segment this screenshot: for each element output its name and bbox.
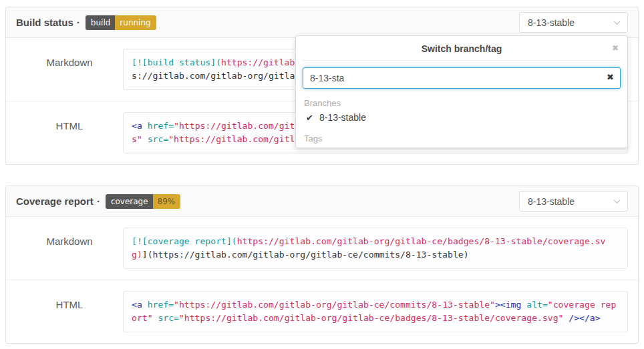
badge-value: 89% [153, 194, 181, 209]
branch-item-8-13-stable[interactable]: ✔ 8-13-stable [303, 111, 621, 124]
title-separator-dot: · [97, 196, 100, 207]
branch-dropdown-value: 8-13-stable [528, 17, 575, 28]
badge-label: build [86, 15, 116, 30]
dialog-divider [303, 60, 621, 61]
panel-title: Coverage report [16, 196, 94, 207]
coverage-badge: coverage 89% [106, 194, 180, 209]
title-separator-dot: · [77, 17, 80, 28]
branch-item-label: 8-13-stable [319, 112, 366, 123]
panel-coverage-report: Coverage report · coverage 89% 8-13-stab… [5, 186, 639, 344]
branch-dropdown-value: 8-13-stable [528, 196, 575, 207]
markdown-label: Markdown [16, 228, 123, 247]
chevron-down-icon [614, 18, 621, 25]
build-status-badge: build running [86, 15, 156, 30]
markdown-row: Markdown [![coverage report](https://git… [6, 217, 638, 280]
clear-search-icon[interactable]: ✖ [607, 73, 614, 81]
check-icon: ✔ [306, 113, 313, 123]
panel-title: Build status [16, 17, 73, 28]
panel-header: Build status · build running 8-13-stable [6, 7, 638, 38]
branch-dropdown-coverage[interactable]: 8-13-stable [519, 191, 628, 212]
html-label: HTML [16, 291, 123, 310]
branch-dropdown-build[interactable]: 8-13-stable [519, 12, 628, 33]
html-label: HTML [16, 112, 123, 131]
chevron-down-icon [614, 197, 621, 204]
code-block-markdown-coverage: [![coverage report](https://gitlab.com/g… [123, 228, 628, 269]
markdown-label: Markdown [16, 49, 123, 68]
html-row: HTML <a href="https://gitlab.com/gitlab-… [6, 280, 638, 343]
section-label-branches: Branches [304, 98, 621, 108]
panel-header: Coverage report · coverage 89% 8-13-stab… [6, 186, 638, 217]
close-icon[interactable]: ✖ [612, 44, 619, 52]
section-label-tags: Tags [304, 133, 621, 143]
code-block-html-coverage: <a href="https://gitlab.com/gitlab-org/g… [123, 291, 628, 332]
switch-branch-dialog: Switch branch/tag ✖ ✖ Branches ✔ 8-13-st… [295, 35, 628, 148]
branch-search-input[interactable] [303, 67, 621, 89]
badge-value: running [115, 15, 156, 30]
dialog-title: Switch branch/tag [303, 41, 621, 56]
badge-label: coverage [106, 194, 153, 209]
